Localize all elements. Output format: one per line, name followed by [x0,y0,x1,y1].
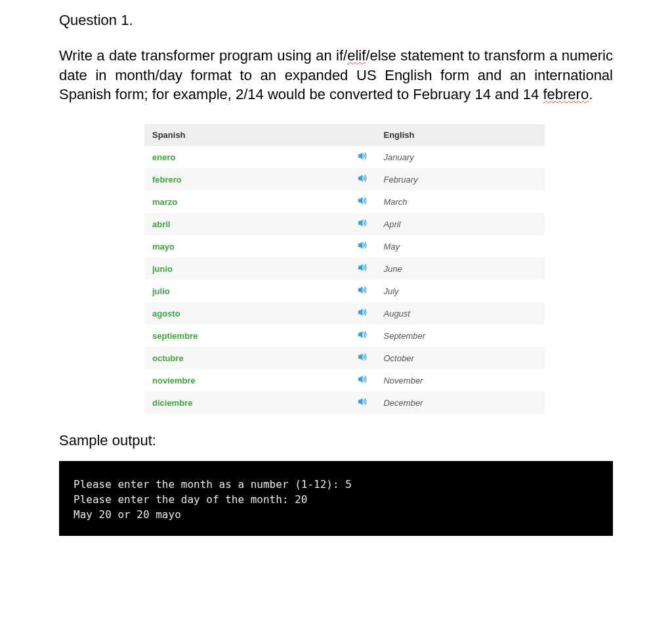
english-month: March [375,190,545,213]
speaker-icon[interactable] [358,397,368,406]
months-table: Spanish English eneroJanuaryfebreroFebru… [144,124,545,414]
table-row: eneroJanuary [144,146,545,168]
squiggle-elif: elif [347,47,366,64]
audio-cell [350,302,375,324]
audio-cell [350,347,375,369]
sample-output-label: Sample output: [59,432,613,449]
spanish-month: enero [144,146,350,168]
audio-cell [350,324,375,347]
spanish-month: septiembre [144,324,350,347]
spanish-month: julio [144,280,350,302]
speaker-icon[interactable] [358,353,368,361]
english-month: November [375,369,545,391]
speaker-icon[interactable] [358,196,368,205]
speaker-icon[interactable] [358,219,368,227]
table-row: julioJuly [144,280,545,302]
spanish-month: mayo [144,235,350,257]
table-row: febreroFebruary [144,168,545,190]
audio-cell [350,235,375,257]
audio-cell [350,146,375,168]
english-month: February [375,168,545,190]
table-row: abrilApril [144,213,545,235]
english-month: September [375,324,545,347]
question-body: Write a date transformer program using a… [59,46,613,104]
spanish-month: junio [144,257,350,280]
document-page: Question 1. Write a date transformer pro… [0,0,672,637]
speaker-icon[interactable] [358,375,368,384]
speaker-icon[interactable] [358,330,368,339]
audio-cell [350,213,375,235]
speaker-icon[interactable] [358,241,368,250]
speaker-icon[interactable] [358,286,368,294]
spanish-month: marzo [144,190,350,213]
months-table-header-row: Spanish English [144,124,545,146]
table-row: agostoAugust [144,302,545,324]
audio-cell [350,257,375,280]
english-month: July [375,280,545,302]
table-row: septiembreSeptember [144,324,545,347]
speaker-icon[interactable] [358,174,368,183]
table-row: diciembreDecember [144,391,545,414]
english-month: August [375,302,545,324]
audio-cell [350,168,375,190]
header-spanish: Spanish [144,124,350,146]
table-row: marzoMarch [144,190,545,213]
english-month: October [375,347,545,369]
question-title: Question 1. [59,12,613,29]
terminal-output: Please enter the month as a number (1-12… [59,461,613,536]
spanish-month: noviembre [144,369,350,391]
body-text-1: Write a date transformer program using a… [59,47,347,64]
body-text-3: . [589,86,593,102]
squiggle-febrero: febrero [543,86,589,102]
english-month: April [375,213,545,235]
audio-cell [350,391,375,414]
english-month: May [375,235,545,257]
english-month: December [375,391,545,414]
audio-cell [350,280,375,302]
spanish-month: diciembre [144,391,350,414]
speaker-icon[interactable] [358,308,368,317]
table-row: octubreOctober [144,347,545,369]
header-audio-spacer [350,124,375,146]
spanish-month: agosto [144,302,350,324]
spanish-month: octubre [144,347,350,369]
english-month: June [375,257,545,280]
table-row: junioJune [144,257,545,280]
table-row: noviembreNovember [144,369,545,391]
speaker-icon[interactable] [358,263,368,272]
spanish-month: abril [144,213,350,235]
months-table-body: eneroJanuaryfebreroFebruarymarzoMarchabr… [144,146,545,414]
header-english: English [375,124,545,146]
spanish-month: febrero [144,168,350,190]
speaker-icon[interactable] [358,152,368,160]
audio-cell [350,369,375,391]
table-row: mayoMay [144,235,545,257]
english-month: January [375,146,545,168]
audio-cell [350,190,375,213]
